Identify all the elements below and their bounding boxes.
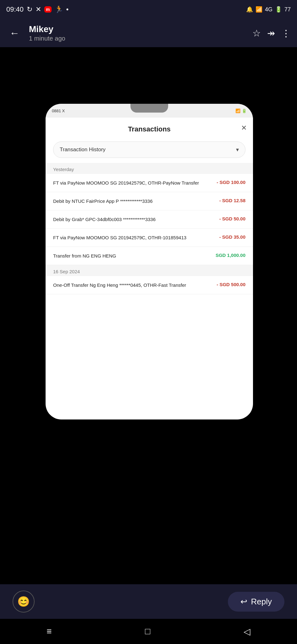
reply-label: Reply xyxy=(251,597,272,607)
phone-notch xyxy=(130,104,168,113)
reply-button[interactable]: ↩ Reply xyxy=(228,592,284,612)
network-icon: 4G xyxy=(265,6,272,13)
transaction-description: One-Off Transfer Ng Eng Heng ******0445,… xyxy=(53,282,217,288)
time: 09:40 xyxy=(6,5,24,14)
android-menu-button[interactable]: ≡ xyxy=(37,623,61,640)
phone-carrier: 0881 X xyxy=(52,108,65,113)
android-nav-bar: ≡ □ ◁ xyxy=(0,619,297,644)
emoji-icon: 😊 xyxy=(17,596,30,608)
emoji-reaction-button[interactable]: 😊 xyxy=(13,591,35,613)
dropdown-label: Transaction History xyxy=(60,147,106,153)
transaction-amount: - SGD 35.00 xyxy=(219,234,245,240)
x-icon: ✕ xyxy=(36,5,41,14)
transaction-item: FT via PayNow MOOMOO SG 201942579C, OTHR… xyxy=(46,174,253,192)
battery-icon: 🔋 xyxy=(275,6,282,13)
dropdown-arrow-icon: ▾ xyxy=(236,146,239,153)
transaction-description: FT via PayNow MOOMOO SG 201942579C, OTHR… xyxy=(53,180,217,186)
activity-icon: 🏃 xyxy=(55,5,63,14)
bottom-action-bar: 😊 ↩ Reply xyxy=(0,584,297,619)
status-left: 09:40 ↻ ✕ m 🏃 • xyxy=(6,5,69,14)
transaction-amount: - SGD 100.00 xyxy=(217,180,245,185)
android-home-button[interactable]: □ xyxy=(135,623,160,640)
transaction-amount: - SGD 500.00 xyxy=(217,282,245,287)
notification-badge: m xyxy=(44,6,51,13)
contact-info: Mikey 1 minute ago xyxy=(29,24,246,42)
transaction-item: Debit by Grab* GPC-34dbf0c003 **********… xyxy=(46,210,253,229)
silent-icon: 🔔 xyxy=(246,6,253,13)
battery-level: 77 xyxy=(284,6,291,13)
transaction-amount: - SGD 50.00 xyxy=(219,216,245,221)
modal-title: Transactions xyxy=(128,125,171,133)
star-button[interactable]: ☆ xyxy=(252,28,261,39)
close-modal-button[interactable]: ✕ xyxy=(241,124,247,132)
phone-content: Transactions ✕ Transaction History ▾ Yes… xyxy=(46,118,253,419)
reply-arrow-icon: ↩ xyxy=(240,597,247,607)
transaction-amount: SGD 1,000.00 xyxy=(216,253,245,258)
android-back-button[interactable]: ◁ xyxy=(234,623,260,640)
transaction-item: One-Off Transfer Ng Eng Heng ******0445,… xyxy=(46,276,253,294)
refresh-icon: ↻ xyxy=(27,5,32,14)
transaction-history-dropdown[interactable]: Transaction History ▾ xyxy=(53,142,245,158)
transaction-description: FT via PayNow MOOMOO SG 201942579C, OTHR… xyxy=(53,234,219,241)
transaction-item: Debit by NTUC FairPrice App P **********… xyxy=(46,192,253,210)
dark-bg-top xyxy=(0,47,297,104)
phone-signal: 📶 🔋 xyxy=(235,108,247,113)
dropdown-container: Transaction History ▾ xyxy=(46,138,253,163)
status-right: 🔔 📶 4G 🔋 77 xyxy=(246,6,291,13)
section-label-16sep: 16 Sep 2024 xyxy=(46,265,253,276)
transaction-item: Transfer from NG ENG HENG SGD 1,000.00 xyxy=(46,247,253,265)
top-nav: ← Mikey 1 minute ago ☆ ↠ ⋮ xyxy=(0,19,297,47)
phone-frame: 0881 X 📶 🔋 Transactions ✕ Transaction Hi… xyxy=(46,104,253,419)
dot-icon: • xyxy=(66,5,69,14)
more-button[interactable]: ⋮ xyxy=(281,28,291,39)
phone-inner-status: 0881 X 📶 🔋 xyxy=(46,104,253,118)
dark-bg-bottom xyxy=(0,419,297,476)
transaction-item: FT via PayNow MOOMOO SG 201942579C, OTHR… xyxy=(46,229,253,247)
section-label-yesterday: Yesterday xyxy=(46,163,253,174)
contact-name: Mikey xyxy=(29,24,246,34)
status-bar: 09:40 ↻ ✕ m 🏃 • 🔔 📶 4G 🔋 77 xyxy=(0,0,297,19)
forward-button[interactable]: ↠ xyxy=(267,28,275,39)
transaction-description: Transfer from NG ENG HENG xyxy=(53,253,216,259)
signal-icon: 📶 xyxy=(256,6,262,13)
message-time: 1 minute ago xyxy=(29,35,246,42)
transaction-amount: - SGD 12.58 xyxy=(219,198,245,203)
transactions-header: Transactions ✕ xyxy=(46,118,253,138)
nav-icons: ☆ ↠ ⋮ xyxy=(252,28,291,39)
back-button[interactable]: ← xyxy=(6,24,23,42)
transaction-description: Debit by Grab* GPC-34dbf0c003 **********… xyxy=(53,216,219,223)
transaction-description: Debit by NTUC FairPrice App P **********… xyxy=(53,198,219,204)
